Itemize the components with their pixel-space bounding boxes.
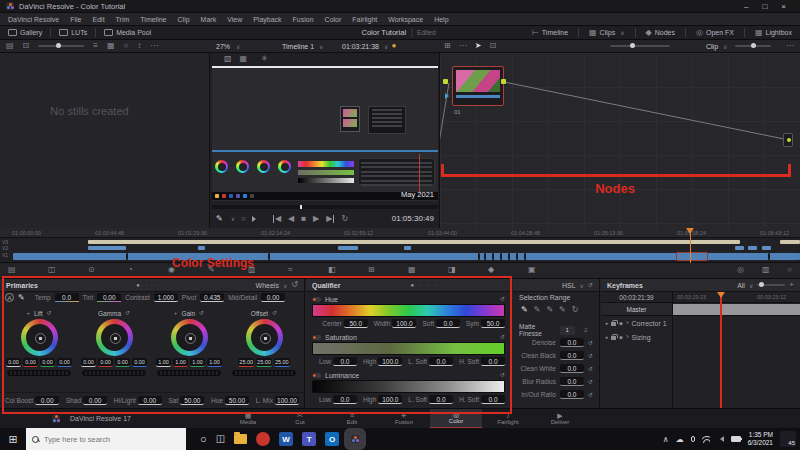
timeline-clip[interactable]	[748, 246, 757, 250]
luminance-reset-icon[interactable]: ↺	[500, 372, 505, 378]
keyframe-diamond-icon[interactable]: ◆	[619, 335, 623, 340]
timeline-clip[interactable]	[198, 246, 205, 250]
gain-y-value[interactable]: 1.00	[156, 358, 171, 367]
taskbar-search[interactable]	[26, 428, 186, 450]
outlook-icon[interactable]: O	[325, 432, 339, 446]
lummix-value[interactable]: 100.00	[275, 396, 299, 405]
menu-clip[interactable]: Clip	[178, 16, 190, 23]
lum-hsoft-value[interactable]: 0.0	[481, 395, 505, 404]
video-frame[interactable]: May 2021	[212, 66, 438, 201]
keyframes-zoom-slider[interactable]	[757, 284, 785, 286]
pointer-tool-icon[interactable]: ➤	[475, 42, 482, 50]
matte-tab-2[interactable]: 2	[579, 326, 594, 335]
page-tab-fusion[interactable]: ✳ Fusion	[378, 409, 430, 429]
wifi-icon[interactable]	[702, 436, 710, 443]
first-frame-button[interactable]: ◀	[273, 215, 281, 223]
viewer-timecode[interactable]: 01:03:21:38	[342, 43, 379, 50]
notification-center-button[interactable]: 45	[780, 431, 796, 447]
color-match-icon[interactable]: ◫	[48, 266, 56, 274]
sat-lsoft-value[interactable]: 0.0	[429, 357, 453, 366]
sizing-icon[interactable]: ◎	[737, 266, 744, 274]
node-output-connector[interactable]	[501, 79, 506, 84]
lock-icon[interactable]	[611, 336, 616, 340]
warper-icon[interactable]: ≈	[288, 266, 292, 274]
timeline-ruler[interactable]: 01:00:00:00 01:00:44:48 01:01:29:36 01:0…	[0, 228, 800, 238]
wb-picker-icon[interactable]: ✎	[18, 294, 25, 302]
thumbnail-size-slider[interactable]	[38, 45, 84, 47]
minimize-button[interactable]: –	[744, 2, 748, 11]
hue-soft-value[interactable]: 0.0	[436, 319, 460, 328]
middetail-value[interactable]: 0.00	[261, 293, 285, 302]
annotate-pen-icon[interactable]: ✎	[216, 215, 223, 223]
keyframes-row-corrector[interactable]: ● ◆ › Corrector 1	[601, 316, 672, 330]
node-zoom-slider[interactable]	[610, 45, 670, 47]
lum-low-value[interactable]: 0.0	[333, 395, 357, 404]
gamma-g-value[interactable]: 0.00	[115, 358, 130, 367]
primaries-reset-icon[interactable]: ↺	[291, 281, 298, 289]
saturation-value[interactable]: 50.00	[180, 396, 204, 405]
start-button[interactable]: ⊞	[0, 433, 26, 446]
loop-button[interactable]: ↻	[341, 215, 348, 223]
picker-eyedropper-icon[interactable]: ✎	[521, 306, 528, 314]
gamma-b-value[interactable]: 0.00	[132, 358, 147, 367]
battery-icon[interactable]	[731, 436, 741, 442]
menu-workspace[interactable]: Workspace	[388, 16, 423, 23]
gain-b-value[interactable]: 1.00	[207, 358, 222, 367]
page-tab-fairlight[interactable]: ♪ Fairlight	[482, 409, 534, 429]
gallery-toggle-button[interactable]: Gallery	[0, 26, 50, 39]
flag-icon[interactable]: ●	[391, 42, 396, 50]
offset-wheel[interactable]	[246, 319, 283, 356]
sat-low-value[interactable]: 0.0	[333, 357, 357, 366]
sat-high-value[interactable]: 100.0	[378, 357, 402, 366]
node-panel-options-icon[interactable]: ⋯	[786, 42, 794, 50]
menu-timeline[interactable]: Timeline	[140, 16, 166, 23]
wheels-mode-selector[interactable]: Wheels ∨	[256, 282, 288, 289]
page-tab-edit[interactable]: ≡ Edit	[326, 409, 378, 429]
lum-high-value[interactable]: 100.0	[378, 395, 402, 404]
gamma-wheel[interactable]	[96, 319, 133, 356]
offset-g-value[interactable]: 25.00	[256, 358, 272, 367]
selected-clip-outline[interactable]	[676, 252, 708, 261]
list-view-icon[interactable]: ≡	[93, 42, 98, 50]
gamma-r-value[interactable]: 0.00	[98, 358, 113, 367]
highlight-value[interactable]: 0.00	[138, 396, 162, 405]
expand-arrow-icon[interactable]: ›	[626, 319, 629, 327]
viewer-scrub-bar[interactable]	[212, 205, 438, 209]
menu-view[interactable]: View	[227, 16, 242, 23]
temp-value[interactable]: 0.0	[55, 293, 79, 302]
gain-r-value[interactable]: 1.00	[173, 358, 188, 367]
saturation-reset-icon[interactable]: ↺	[500, 334, 505, 340]
gain-g-value[interactable]: 1.00	[190, 358, 205, 367]
gain-reset-icon[interactable]: ↺	[199, 310, 204, 316]
step-back-button[interactable]: ◀	[288, 215, 294, 223]
task-view-icon[interactable]: ◫	[216, 434, 225, 444]
shadows-value[interactable]: 0.00	[83, 396, 107, 405]
play-button[interactable]: ▶	[313, 215, 319, 223]
stop-button[interactable]: ■	[301, 215, 306, 223]
volume-icon[interactable]	[717, 436, 724, 442]
search-input[interactable]	[44, 435, 164, 444]
page-tab-cut[interactable]: ✂ Cut	[274, 409, 326, 429]
media-pool-toggle-button[interactable]: Media Pool	[96, 26, 159, 39]
corrector-node[interactable]	[452, 66, 504, 106]
page-tab-deliver[interactable]: ▶ Deliver	[534, 409, 586, 429]
tray-expand-icon[interactable]: ∧	[663, 435, 669, 444]
camera-raw-icon[interactable]: ▤	[8, 266, 16, 274]
openfx-toggle-button[interactable]: ◎ Open FX	[696, 29, 734, 37]
last-frame-button[interactable]: ▶	[326, 215, 334, 223]
expand-arrow-icon[interactable]: ›	[626, 333, 629, 341]
menu-help[interactable]: Help	[434, 16, 448, 23]
primaries-pager-dots[interactable]: ● · ·	[136, 282, 157, 288]
node-graph-panel[interactable]: 01 Nodes	[440, 53, 800, 228]
color-wheels-icon[interactable]: ⊙	[88, 266, 95, 274]
offset-r-value[interactable]: 25.00	[238, 358, 254, 367]
hue-value[interactable]: 50.00	[225, 396, 249, 405]
saturation-toggle[interactable]	[312, 335, 321, 340]
node-grid-icon[interactable]: ⊞	[444, 42, 451, 50]
lift-y-value[interactable]: 0.00	[6, 358, 21, 367]
lift-r-value[interactable]: 0.00	[23, 358, 38, 367]
viewer-zoom-level[interactable]: 27%	[216, 43, 230, 50]
hue-reset-icon[interactable]: ↺	[500, 296, 505, 302]
timeline-clip[interactable]	[735, 246, 744, 250]
menu-trim[interactable]: Trim	[116, 16, 130, 23]
